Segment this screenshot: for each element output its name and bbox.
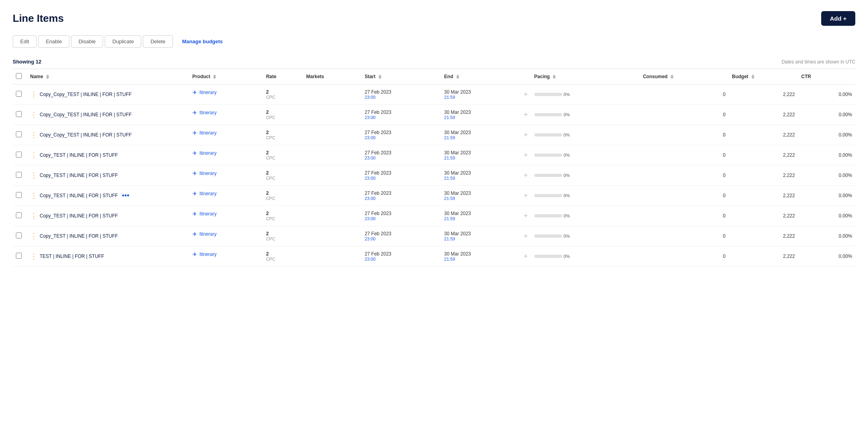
- row-checkbox[interactable]: [16, 91, 22, 97]
- pacing-add-cell[interactable]: +: [520, 85, 531, 105]
- drag-handle[interactable]: ⋮: [30, 232, 37, 240]
- pacing-sort-arrows[interactable]: [553, 75, 556, 79]
- toolbar-btn-enable[interactable]: Enable: [38, 35, 69, 48]
- product-sort-arrows[interactable]: [213, 75, 216, 79]
- budget-sort-arrows[interactable]: [751, 75, 755, 79]
- drag-handle[interactable]: ⋮: [30, 110, 37, 119]
- select-all-header[interactable]: [13, 69, 27, 85]
- row-checkbox[interactable]: [16, 192, 22, 198]
- row-checkbox-cell[interactable]: [13, 206, 27, 226]
- drag-handle[interactable]: ⋮: [30, 252, 37, 261]
- drag-handle[interactable]: ⋮: [30, 211, 37, 220]
- row-checkbox[interactable]: [16, 131, 22, 137]
- end-time: 21:59: [444, 135, 517, 140]
- row-checkbox[interactable]: [16, 253, 22, 259]
- end-time: 21:59: [444, 156, 517, 160]
- consumed-sort-arrows[interactable]: [670, 75, 674, 79]
- pacing-add-cell[interactable]: +: [520, 165, 531, 186]
- pacing-add-cell[interactable]: +: [520, 246, 531, 267]
- pacing-cell: 0%: [531, 85, 640, 105]
- row-checkbox[interactable]: [16, 152, 22, 158]
- plane-icon: ✈: [192, 89, 197, 96]
- ctr-value: 0.00%: [839, 173, 852, 178]
- pacing-add-cell[interactable]: +: [520, 145, 531, 165]
- markets-cell: [303, 186, 362, 206]
- ctr-value: 0.00%: [839, 132, 852, 138]
- row-checkbox-cell[interactable]: [13, 186, 27, 206]
- consumed-cell: 0: [640, 125, 729, 145]
- row-checkbox-cell[interactable]: [13, 145, 27, 165]
- product-cell: ✈ Itinerary: [189, 125, 263, 141]
- start-time: 23:00: [365, 156, 438, 160]
- budget-value: 2,222: [783, 213, 795, 219]
- toolbar-btn-manage-budgets[interactable]: Manage budgets: [175, 35, 230, 48]
- th-ctr: CTR: [798, 69, 855, 85]
- toolbar-btn-duplicate[interactable]: Duplicate: [105, 35, 141, 48]
- row-checkbox[interactable]: [16, 212, 22, 218]
- end-date: 30 Mar 2023: [444, 110, 517, 115]
- ctr-cell: 0.00%: [798, 105, 855, 125]
- rate-type: CPC: [266, 216, 300, 221]
- row-checkbox[interactable]: [16, 233, 22, 238]
- table-row: ⋮ Copy_Copy_TEST | INLINE | FOR | STUFF …: [13, 85, 855, 105]
- rate-type: CPC: [266, 95, 300, 100]
- budget-value: 2,222: [783, 173, 795, 178]
- select-all-checkbox[interactable]: [16, 73, 22, 79]
- pacing-add-cell[interactable]: +: [520, 206, 531, 226]
- plane-icon: ✈: [192, 110, 197, 116]
- drag-handle[interactable]: ⋮: [30, 191, 37, 200]
- row-checkbox-cell[interactable]: [13, 165, 27, 186]
- name-sort-arrows[interactable]: [46, 75, 49, 79]
- drag-handle[interactable]: ⋮: [30, 171, 37, 180]
- rate-value: 2: [266, 150, 300, 156]
- row-checkbox-cell[interactable]: [13, 105, 27, 125]
- table-row: ⋮ Copy_TEST | INLINE | FOR | STUFF ✈ Iti…: [13, 145, 855, 165]
- page-title: Line Items: [13, 12, 64, 25]
- budget-cell: 2,222: [729, 85, 798, 105]
- end-date: 30 Mar 2023: [444, 190, 517, 196]
- budget-cell: 2,222: [729, 186, 798, 206]
- drag-handle[interactable]: ⋮: [30, 90, 37, 99]
- showing-row: Showing 12 Dates and times are shown in …: [13, 59, 855, 65]
- drag-handle[interactable]: ⋮: [30, 151, 37, 160]
- end-time: 21:59: [444, 196, 517, 201]
- end-cell: 30 Mar 2023 21:59: [441, 186, 520, 206]
- row-checkbox-cell[interactable]: [13, 125, 27, 145]
- pacing-add-cell[interactable]: +: [520, 226, 531, 246]
- row-checkbox[interactable]: [16, 172, 22, 178]
- row-checkbox[interactable]: [16, 111, 22, 117]
- name-cell: ⋮ TEST | INLINE | FOR | STUFF: [27, 246, 189, 267]
- row-checkbox-cell[interactable]: [13, 226, 27, 246]
- start-date: 27 Feb 2023: [365, 251, 438, 257]
- row-checkbox-cell[interactable]: [13, 246, 27, 267]
- consumed-value: 0: [723, 92, 726, 97]
- end-sort-arrows[interactable]: [456, 75, 459, 79]
- toolbar-btn-edit[interactable]: Edit: [13, 35, 36, 48]
- start-sort-arrows[interactable]: [378, 75, 382, 79]
- row-name: Copy_TEST | INLINE | FOR | STUFF: [40, 152, 118, 159]
- end-time: 21:59: [444, 216, 517, 221]
- th-pacing-spacer: [520, 69, 531, 85]
- start-date: 27 Feb 2023: [365, 150, 438, 156]
- th-pacing: Pacing: [531, 69, 640, 85]
- pacing-add-cell[interactable]: +: [520, 105, 531, 125]
- budget-value: 2,222: [783, 254, 795, 259]
- product-name: Itinerary: [200, 110, 217, 115]
- markets-cell: [303, 145, 362, 165]
- add-button[interactable]: Add +: [821, 11, 855, 26]
- row-name: Copy_TEST | INLINE | FOR | STUFF: [40, 192, 118, 199]
- end-cell: 30 Mar 2023 21:59: [441, 125, 520, 145]
- table-row: ⋮ Copy_TEST | INLINE | FOR | STUFF ✈ Iti…: [13, 165, 855, 186]
- name-cell: ⋮ Copy_Copy_TEST | INLINE | FOR | STUFF: [27, 125, 189, 145]
- toolbar-btn-delete[interactable]: Delete: [143, 35, 173, 48]
- row-checkbox-cell[interactable]: [13, 85, 27, 105]
- budget-cell: 2,222: [729, 246, 798, 267]
- pacing-add-cell[interactable]: +: [520, 186, 531, 206]
- pacing-pct: 0%: [564, 254, 573, 259]
- toolbar-btn-disable[interactable]: Disable: [71, 35, 103, 48]
- drag-handle[interactable]: ⋮: [30, 131, 37, 139]
- consumed-cell: 0: [640, 165, 729, 186]
- table-row: ⋮ TEST | INLINE | FOR | STUFF ✈ Itinerar…: [13, 246, 855, 267]
- pacing-add-cell[interactable]: +: [520, 125, 531, 145]
- row-dots-button[interactable]: •••: [120, 192, 131, 200]
